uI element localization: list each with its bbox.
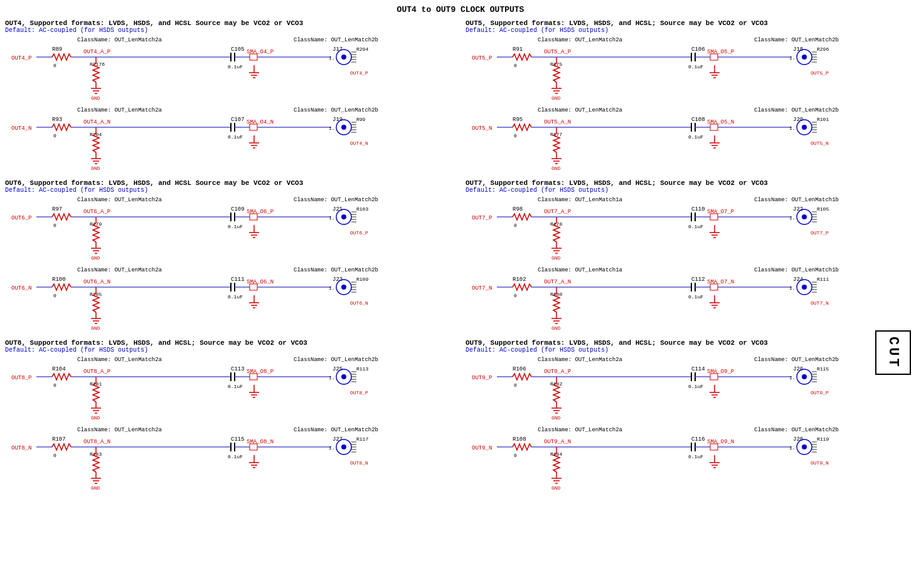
svg-text:ClassName: OUT_LenMatch2b: ClassName: OUT_LenMatch2b xyxy=(754,107,839,113)
svg-point-421 xyxy=(802,374,807,379)
svg-text:C106: C106 xyxy=(691,46,705,53)
svg-text:R117: R117 xyxy=(356,436,368,442)
section-subtitle-out4: Default: AC-coupled (for HSDS outputs) xyxy=(5,27,455,34)
svg-text:ClassName: OUT_LenMatch2a: ClassName: OUT_LenMatch2a xyxy=(538,107,623,113)
svg-text:OUT4_A_N: OUT4_A_N xyxy=(83,119,110,125)
svg-text:GND: GND xyxy=(91,165,100,171)
svg-text:OUT5_N: OUT5_N xyxy=(811,140,829,146)
svg-text:OUT4_P: OUT4_P xyxy=(350,70,368,76)
svg-point-187 xyxy=(341,214,346,219)
svg-text:1.: 1. xyxy=(789,285,796,291)
section-subtitle-out6: Default: AC-coupled (for HSDS outputs) xyxy=(5,187,455,194)
svg-text:0: 0 xyxy=(53,63,56,68)
svg-point-70 xyxy=(341,125,346,130)
svg-text:1.: 1. xyxy=(789,215,796,221)
svg-text:R95: R95 xyxy=(513,117,523,123)
svg-text:OUT8_N: OUT8_N xyxy=(11,445,31,451)
schematic-row-out9-0: ClassName: OUT_LenMatch2aClassName: OUT_… xyxy=(466,355,916,424)
svg-text:ClassName: OUT_LenMatch2a: ClassName: OUT_LenMatch2a xyxy=(538,37,623,43)
svg-text:0.1uF: 0.1uF xyxy=(228,134,243,140)
schematic-row-out6-0: ClassName: OUT_LenMatch2aClassName: OUT_… xyxy=(5,195,455,264)
svg-text:ClassName: OUT_LenMatch2b: ClassName: OUT_LenMatch2b xyxy=(754,37,839,43)
svg-text:OUT5_A_N: OUT5_A_N xyxy=(544,119,571,125)
svg-text:GND: GND xyxy=(551,95,561,101)
svg-text:ClassName: OUT_LenMatch2b: ClassName: OUT_LenMatch2b xyxy=(294,267,378,273)
svg-text:OUT9_P: OUT9_P xyxy=(811,390,829,396)
svg-text:0: 0 xyxy=(514,223,517,228)
svg-text:0: 0 xyxy=(514,382,517,388)
svg-text:1.: 1. xyxy=(329,215,335,221)
section-subtitle-out7: Default: AC-coupled (for HSDS outputs) xyxy=(466,187,916,194)
svg-text:OUT7_N: OUT7_N xyxy=(472,285,492,291)
svg-text:GND: GND xyxy=(91,255,100,261)
svg-text:OUT6_A_P: OUT6_A_P xyxy=(83,209,110,215)
svg-text:0: 0 xyxy=(53,453,56,458)
svg-text:0.1uF: 0.1uF xyxy=(228,224,243,229)
section-out6: OUT6, Supported formats: LVDS, HSDS, and… xyxy=(0,177,460,337)
svg-text:ClassName: OUT_LenMatch2a: ClassName: OUT_LenMatch2a xyxy=(77,197,162,203)
svg-text:R100: R100 xyxy=(52,276,66,283)
svg-text:0.1uF: 0.1uF xyxy=(688,64,703,70)
section-out7: OUT7, Supported formats: LVDS, HSDS, and… xyxy=(460,177,921,337)
svg-text:ClassName: OUT_LenMatch2b: ClassName: OUT_LenMatch2b xyxy=(294,107,378,113)
svg-text:1.: 1. xyxy=(329,285,335,291)
svg-text:R111: R111 xyxy=(817,276,829,282)
svg-text:C116: C116 xyxy=(691,436,705,443)
svg-text:R108: R108 xyxy=(513,436,526,443)
svg-text:ClassName: OUT_LenMatch2a: ClassName: OUT_LenMatch2a xyxy=(538,357,623,363)
page-title: OUT4 to OUT9 CLOCK OUTPUTS xyxy=(0,0,921,17)
svg-text:ClassName: OUT_LenMatch2a: ClassName: OUT_LenMatch2a xyxy=(77,37,162,43)
svg-text:R2176: R2176 xyxy=(90,61,105,67)
svg-point-460 xyxy=(802,444,807,449)
svg-text:R294: R294 xyxy=(356,46,368,52)
svg-text:GND: GND xyxy=(91,415,100,421)
schematic-row-out4-0: ClassName: OUT_LenMatch2aClassName: OUT_… xyxy=(5,35,455,104)
section-subtitle-out8: Default: AC-coupled (for HSDS outputs) xyxy=(5,347,455,354)
schematic-row-out8-1: ClassName: OUT_LenMatch2aClassName: OUT_… xyxy=(5,425,455,494)
svg-text:0.1uF: 0.1uF xyxy=(228,294,243,300)
svg-text:0: 0 xyxy=(53,223,56,228)
svg-text:OUT9_N: OUT9_N xyxy=(472,445,492,451)
svg-point-304 xyxy=(802,285,807,290)
section-out5: OUT5, Supported formats: LVDS, HSDS, and… xyxy=(460,17,921,177)
svg-point-343 xyxy=(341,374,346,379)
section-title-out4: OUT4, Supported formats: LVDS, HSDS, and… xyxy=(5,19,455,27)
svg-text:C111: C111 xyxy=(231,276,245,283)
svg-text:R107: R107 xyxy=(52,436,66,443)
svg-text:ClassName: OUT_LenMatch2b: ClassName: OUT_LenMatch2b xyxy=(754,427,839,433)
svg-text:GND: GND xyxy=(91,485,100,491)
svg-text:GND: GND xyxy=(551,165,561,171)
svg-text:OUT4_N: OUT4_N xyxy=(11,125,31,132)
section-subtitle-out9: Default: AC-coupled (for HSDS outputs) xyxy=(466,347,916,354)
svg-text:0: 0 xyxy=(53,382,56,388)
svg-text:0: 0 xyxy=(514,453,517,458)
svg-text:C113: C113 xyxy=(231,366,245,372)
svg-text:GND: GND xyxy=(91,325,100,331)
svg-text:OUT4_P: OUT4_P xyxy=(11,55,31,61)
svg-text:0.1uF: 0.1uF xyxy=(688,294,703,300)
svg-text:R101: R101 xyxy=(817,117,829,122)
svg-text:OUT5_P: OUT5_P xyxy=(472,55,492,61)
schematic-row-out4-1: ClassName: OUT_LenMatch2aClassName: OUT_… xyxy=(5,105,455,174)
svg-text:R105: R105 xyxy=(817,206,829,212)
svg-text:OUT6_P: OUT6_P xyxy=(350,230,368,236)
svg-text:ClassName: OUT_LenMatch1a: ClassName: OUT_LenMatch1a xyxy=(538,197,623,203)
svg-text:OUT5_P: OUT5_P xyxy=(811,70,829,76)
svg-text:C107: C107 xyxy=(231,117,245,123)
svg-text:OUT9_A_N: OUT9_A_N xyxy=(544,439,571,445)
svg-text:1.: 1. xyxy=(329,55,335,61)
svg-text:1.: 1. xyxy=(789,375,796,381)
svg-text:OUT7_P: OUT7_P xyxy=(472,215,492,221)
svg-text:ClassName: OUT_LenMatch2b: ClassName: OUT_LenMatch2b xyxy=(754,357,839,363)
svg-text:GND: GND xyxy=(91,95,100,101)
section-subtitle-out5: Default: AC-coupled (for HSDS outputs) xyxy=(466,27,916,34)
schematic-row-out7-1: ClassName: OUT_LenMatch1aClassName: OUT_… xyxy=(466,265,916,334)
section-title-out9: OUT9, Supported formats: LVDS, HSDS, and… xyxy=(466,339,916,347)
svg-text:ClassName: OUT_LenMatch1b: ClassName: OUT_LenMatch1b xyxy=(754,197,839,203)
svg-text:0: 0 xyxy=(514,133,517,139)
section-title-out7: OUT7, Supported formats: LVDS, HSDS, and… xyxy=(466,179,916,187)
svg-text:R109: R109 xyxy=(356,276,368,282)
schematic-row-out9-1: ClassName: OUT_LenMatch2aClassName: OUT_… xyxy=(466,425,916,494)
svg-text:OUT8_A_N: OUT8_A_N xyxy=(83,439,110,445)
svg-text:C110: C110 xyxy=(691,206,705,213)
